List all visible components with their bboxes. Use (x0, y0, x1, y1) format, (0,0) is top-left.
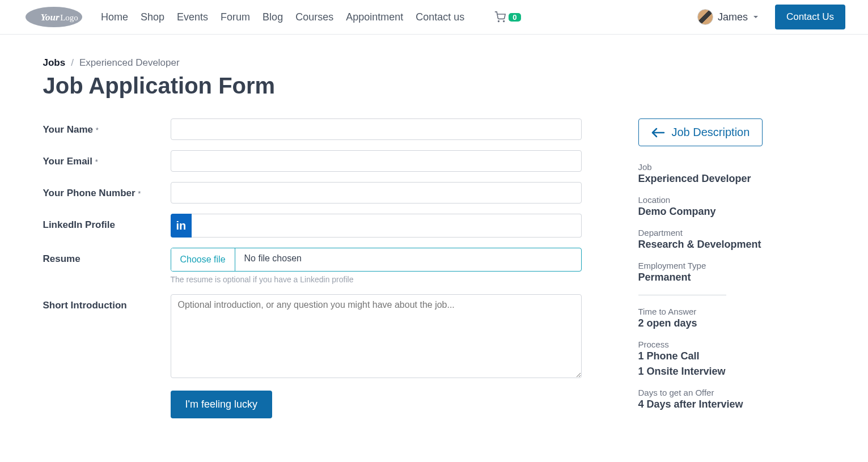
nav-courses[interactable]: Courses (295, 11, 333, 23)
breadcrumb-root[interactable]: Jobs (43, 57, 66, 69)
user-menu[interactable]: James (697, 9, 759, 25)
user-avatar (697, 9, 713, 25)
time-to-answer-label: Time to Answer (638, 307, 825, 316)
job-description-button[interactable]: Job Description (638, 118, 763, 146)
phone-input[interactable] (171, 182, 582, 204)
resume-file-input[interactable]: Choose file No file chosen (171, 248, 582, 272)
svg-point-4 (503, 21, 505, 22)
nav-home[interactable]: Home (101, 11, 128, 23)
site-header: Your Logo Home Shop Events Forum Blog Co… (0, 0, 868, 35)
phone-label: Your Phone Number * (43, 182, 171, 199)
svg-text:Your: Your (40, 12, 59, 23)
file-chosen-text: No file chosen (235, 248, 581, 271)
breadcrumb-current: Experienced Developer (79, 57, 180, 69)
breadcrumb: Jobs / Experienced Developer (43, 57, 825, 69)
linkedin-icon: in (171, 214, 192, 238)
nav-forum[interactable]: Forum (221, 11, 250, 23)
time-to-answer-value: 2 open days (638, 317, 825, 329)
svg-text:Logo: Logo (60, 13, 78, 22)
nav-shop[interactable]: Shop (141, 11, 164, 23)
process-value-2: 1 Onsite Interview (638, 366, 825, 378)
department-value: Research & Development (638, 239, 825, 251)
nav-blog[interactable]: Blog (262, 11, 283, 23)
job-summary-sidebar: Job Description Job Experienced Develope… (638, 118, 825, 429)
name-input[interactable] (171, 118, 582, 140)
nav-contact[interactable]: Contact us (416, 11, 464, 23)
intro-textarea[interactable] (171, 294, 582, 378)
location-value: Demo Company (638, 206, 825, 218)
employment-type-value: Permanent (638, 272, 825, 283)
process-label: Process (638, 340, 825, 349)
breadcrumb-separator: / (71, 57, 74, 69)
job-label: Job (638, 162, 825, 172)
page-title: Job Application Form (43, 73, 825, 99)
sidebar-divider (638, 295, 726, 295)
site-logo[interactable]: Your Logo (23, 5, 85, 29)
offer-days-label: Days to get an Offer (638, 388, 825, 397)
offer-days-value: 4 Days after Interview (638, 399, 825, 410)
main-nav: Home Shop Events Forum Blog Courses Appo… (101, 11, 681, 23)
arrow-left-icon (651, 128, 665, 138)
cart-count-badge: 0 (509, 13, 520, 22)
contact-us-button[interactable]: Contact Us (775, 5, 845, 29)
department-label: Department (638, 228, 825, 238)
resume-label: Resume (43, 248, 171, 265)
cart-button[interactable]: 0 (494, 11, 520, 23)
linkedin-input[interactable] (192, 214, 581, 238)
application-form: Your Name * Your Email * Your Phone Numb… (43, 118, 582, 429)
intro-label: Short Introduction (43, 294, 171, 311)
employment-type-label: Employment Type (638, 261, 825, 270)
choose-file-button[interactable]: Choose file (171, 248, 235, 271)
name-label: Your Name * (43, 118, 171, 135)
user-name-label: James (718, 11, 748, 23)
submit-button[interactable]: I'm feeling lucky (171, 391, 273, 418)
cart-icon (494, 11, 506, 23)
process-value-1: 1 Phone Call (638, 350, 825, 362)
email-input[interactable] (171, 150, 582, 172)
resume-help-text: The resume is optional if you have a Lin… (171, 275, 582, 284)
email-label: Your Email * (43, 150, 171, 167)
linkedin-label: LinkedIn Profile (43, 214, 171, 231)
job-value: Experienced Developer (638, 173, 825, 185)
svg-point-3 (498, 21, 499, 22)
chevron-down-icon (752, 14, 759, 20)
nav-events[interactable]: Events (177, 11, 208, 23)
nav-appointment[interactable]: Appointment (346, 11, 403, 23)
location-label: Location (638, 195, 825, 205)
